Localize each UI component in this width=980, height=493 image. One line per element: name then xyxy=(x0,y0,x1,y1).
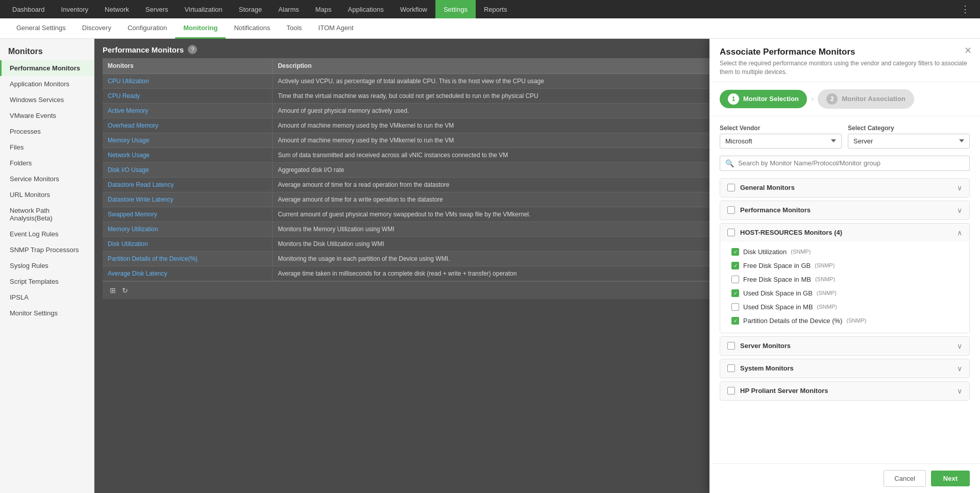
cell-monitor[interactable]: Disk I/O Usage xyxy=(103,163,273,178)
nav-alarms[interactable]: Alarms xyxy=(270,0,307,18)
monitor-item-disk-utilization: ✓ Disk Utilization (SNMP) xyxy=(727,245,962,259)
vendor-label: Select Vendor xyxy=(720,125,842,132)
col-monitors: Monitors xyxy=(103,58,273,74)
pagination-left-icons: ⊞ ↻ xyxy=(108,285,130,295)
sidebar-item-application-monitors[interactable]: Application Monitors xyxy=(0,76,94,92)
refresh-icon[interactable]: ↻ xyxy=(120,285,130,295)
step-1-monitor-selection[interactable]: 1 Monitor Selection xyxy=(720,90,807,108)
cb-free-disk-mb[interactable] xyxy=(731,276,739,283)
cell-monitor[interactable]: Disk Utilization xyxy=(103,237,273,252)
cell-description: Average amount of time for a read operat… xyxy=(273,178,742,192)
sub-nav: General Settings Discovery Configuration… xyxy=(0,18,980,39)
cell-monitor[interactable]: Partition Details of the Device(%) xyxy=(103,252,273,266)
group-server-monitors-checkbox[interactable] xyxy=(727,342,735,350)
help-icon[interactable]: ? xyxy=(188,45,197,54)
sidebar-item-script-templates[interactable]: Script Templates xyxy=(0,274,94,289)
monitor-label-used-disk-gb: Used Disk Space in GB xyxy=(743,289,813,297)
monitor-search-input[interactable] xyxy=(738,159,964,167)
monitor-item-used-disk-mb: Used Disk Space in MB (SNMP) xyxy=(727,300,962,314)
vendor-select[interactable]: Microsoft VMware Cisco xyxy=(720,134,842,149)
cell-monitor[interactable]: Datastore Write Latency xyxy=(103,192,273,207)
group-hp-proliant-monitors-header[interactable]: HP Proliant Server Monitors ∨ xyxy=(720,382,969,400)
cell-monitor[interactable]: Swapped Memory xyxy=(103,207,273,222)
sidebar-item-url-monitors[interactable]: URL Monitors xyxy=(0,187,94,203)
subnav-discovery[interactable]: Discovery xyxy=(74,18,119,39)
cb-free-disk-gb[interactable]: ✓ xyxy=(731,262,739,269)
nav-applications[interactable]: Applications xyxy=(340,0,392,18)
sidebar-item-ipsla[interactable]: IPSLA xyxy=(0,289,94,305)
group-system-monitors-checkbox[interactable] xyxy=(727,364,735,372)
cb-used-disk-gb[interactable]: ✓ xyxy=(731,289,739,297)
more-menu-button[interactable]: ⋮ xyxy=(954,4,976,15)
group-system-monitors-header[interactable]: System Monitors ∨ xyxy=(720,359,969,378)
sidebar-item-files[interactable]: Files xyxy=(0,139,94,155)
nav-servers[interactable]: Servers xyxy=(137,0,177,18)
sidebar-item-service-monitors[interactable]: Service Monitors xyxy=(0,171,94,187)
group-server-monitors-header[interactable]: Server Monitors ∨ xyxy=(720,337,969,355)
next-button[interactable]: Next xyxy=(931,471,970,486)
subnav-notifications[interactable]: Notifications xyxy=(226,18,278,39)
step-2-monitor-association[interactable]: 2 Monitor Association xyxy=(818,89,914,109)
cell-monitor[interactable]: Memory Utilization xyxy=(103,222,273,237)
group-general-monitors: General Monitors ∨ xyxy=(720,178,970,198)
cancel-button[interactable]: Cancel xyxy=(884,470,925,487)
sidebar-item-monitor-settings[interactable]: Monitor Settings xyxy=(0,305,94,321)
nav-dashboard[interactable]: Dashboard xyxy=(4,0,53,18)
steps-bar: 1 Monitor Selection › 2 Monitor Associat… xyxy=(709,82,980,116)
nav-workflow[interactable]: Workflow xyxy=(392,0,435,18)
cell-monitor[interactable]: CPU Ready xyxy=(103,89,273,104)
nav-virtualization[interactable]: Virtualization xyxy=(177,0,231,18)
group-host-resources-body: ✓ Disk Utilization (SNMP) ✓ Free Disk Sp… xyxy=(720,242,969,333)
sidebar-item-network-path[interactable]: Network Path Analysis(Beta) xyxy=(0,203,94,226)
sidebar-item-vmware-events[interactable]: VMware Events xyxy=(0,108,94,124)
cell-monitor[interactable]: Datastore Read Latency xyxy=(103,178,273,192)
panel-body: Select Vendor Microsoft VMware Cisco Sel… xyxy=(709,116,980,463)
nav-reports[interactable]: Reports xyxy=(476,0,516,18)
group-host-resources-checkbox[interactable] xyxy=(727,229,735,236)
nav-settings[interactable]: Settings xyxy=(435,0,476,18)
step-1-number: 1 xyxy=(728,93,739,105)
monitor-badge-free-disk-gb: (SNMP) xyxy=(815,262,835,268)
cb-partition-details[interactable]: ✓ xyxy=(731,317,739,325)
group-host-resources-arrow: ∧ xyxy=(957,229,962,237)
cell-monitor[interactable]: Memory Usage xyxy=(103,133,273,148)
group-performance-monitors-header[interactable]: Performance Monitors ∨ xyxy=(720,201,969,219)
cell-monitor[interactable]: Network Usage xyxy=(103,148,273,163)
sidebar: Monitors Performance Monitors Applicatio… xyxy=(0,39,94,493)
nav-storage[interactable]: Storage xyxy=(231,0,271,18)
cell-monitor[interactable]: Active Memory xyxy=(103,104,273,118)
export-icon[interactable]: ⊞ xyxy=(108,285,118,295)
subnav-tools[interactable]: Tools xyxy=(278,18,310,39)
group-general-monitors-header[interactable]: General Monitors ∨ xyxy=(720,179,969,197)
category-filter-group: Select Category Server Network Storage xyxy=(848,125,970,149)
cell-monitor[interactable]: Overhead Memory xyxy=(103,118,273,133)
cell-monitor[interactable]: Average Disk Latency xyxy=(103,266,273,281)
subnav-monitoring[interactable]: Monitoring xyxy=(175,18,226,39)
group-host-resources-monitors-header[interactable]: HOST-RESOURCES Monitors (4) ∧ xyxy=(720,224,969,242)
nav-network[interactable]: Network xyxy=(96,0,137,18)
category-select[interactable]: Server Network Storage xyxy=(848,134,970,149)
cell-description: Current amount of guest physical memory … xyxy=(273,207,742,222)
sidebar-item-event-log-rules[interactable]: Event Log Rules xyxy=(0,226,94,242)
sidebar-item-performance-monitors[interactable]: Performance Monitors xyxy=(0,60,94,76)
sidebar-item-processes[interactable]: Processes xyxy=(0,124,94,139)
cell-monitor[interactable]: CPU Utilization xyxy=(103,74,273,89)
subnav-itom-agent[interactable]: ITOM Agent xyxy=(310,18,362,39)
group-general-monitors-checkbox[interactable] xyxy=(727,184,735,191)
category-label: Select Category xyxy=(848,125,970,132)
group-performance-monitors-checkbox[interactable] xyxy=(727,206,735,214)
cb-disk-utilization[interactable]: ✓ xyxy=(731,248,739,256)
sidebar-item-windows-services[interactable]: Windows Services xyxy=(0,92,94,108)
cb-used-disk-mb[interactable] xyxy=(731,303,739,311)
sidebar-item-folders[interactable]: Folders xyxy=(0,155,94,171)
subnav-general-settings[interactable]: General Settings xyxy=(8,18,74,39)
nav-inventory[interactable]: Inventory xyxy=(53,0,96,18)
sidebar-item-syslog-rules[interactable]: Syslog Rules xyxy=(0,258,94,274)
panel-close-button[interactable]: ✕ xyxy=(964,46,972,55)
nav-maps[interactable]: Maps xyxy=(307,0,340,18)
subnav-configuration[interactable]: Configuration xyxy=(119,18,175,39)
sidebar-item-snmp-trap[interactable]: SNMP Trap Processors xyxy=(0,242,94,258)
cell-description: Monitors the Memory Utilization using WM… xyxy=(273,222,742,237)
group-hp-proliant-checkbox[interactable] xyxy=(727,387,735,395)
group-hp-proliant-arrow: ∨ xyxy=(957,387,962,395)
